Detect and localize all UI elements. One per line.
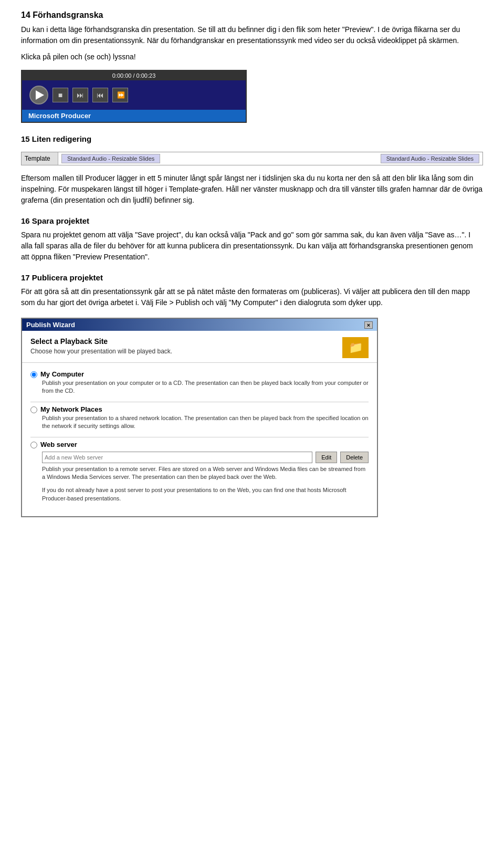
dialog-close-button[interactable]: × bbox=[364, 321, 373, 329]
section-16-heading: 16 Spara projektet bbox=[21, 216, 483, 225]
play-icon bbox=[36, 90, 44, 100]
radio-desc-network: Publish your presentation to a shared ne… bbox=[42, 414, 369, 431]
section-14: 14 Förhandsgranska Du kan i detta läge f… bbox=[21, 11, 483, 123]
radio-label-network[interactable]: My Network Places bbox=[30, 405, 369, 413]
radio-title-webserver: Web server bbox=[40, 441, 77, 448]
section-14-para1: Du kan i detta läge förhandsgranska din … bbox=[21, 24, 483, 46]
playback-icon: 📁 bbox=[349, 341, 363, 354]
section-14-para2: Klicka på pilen och (se och) lyssna! bbox=[21, 51, 483, 62]
stop-button[interactable]: ■ bbox=[52, 88, 68, 102]
radio-network[interactable] bbox=[30, 406, 37, 413]
timeline-track-item-1: Standard Audio - Resizable Slides bbox=[61, 154, 160, 163]
ff-button[interactable]: ⏩ bbox=[112, 88, 128, 102]
section-17: 17 Publicera projektet För att göra så a… bbox=[21, 273, 483, 517]
next-button[interactable]: ⏭ bbox=[72, 88, 88, 102]
radio-desc-webserver-1: Publish your presentation to a remote se… bbox=[42, 465, 369, 482]
media-player: 0:00:00 / 0:00:23 ■ ⏭ ⏮ ⏩ Microsoft Prod… bbox=[21, 70, 247, 123]
radio-title-my-computer: My Computer bbox=[40, 370, 84, 378]
section-17-para1: För att göra så att din presentationssyn… bbox=[21, 286, 483, 308]
stop-icon: ■ bbox=[58, 91, 62, 99]
radio-webserver[interactable] bbox=[30, 442, 37, 448]
dialog-title: Publish Wizard bbox=[26, 321, 75, 329]
radio-desc-my-computer: Publish your presentation on your comput… bbox=[42, 379, 369, 395]
divider-1 bbox=[30, 402, 369, 402]
media-controls: ■ ⏭ ⏮ ⏩ bbox=[22, 80, 246, 110]
dialog-header-icon: 📁 bbox=[342, 337, 369, 358]
timeline-track: Standard Audio - Resizable Slides Standa… bbox=[58, 152, 482, 165]
dialog-titlebar: Publish Wizard × bbox=[22, 319, 377, 331]
radio-my-computer[interactable] bbox=[30, 371, 37, 378]
edit-button[interactable]: Edit bbox=[316, 452, 337, 463]
dialog-header-desc: Choose how your presentation will be pla… bbox=[30, 347, 172, 356]
media-timebar: 0:00:00 / 0:00:23 bbox=[22, 71, 246, 80]
dialog-header: Select a Playback Site Choose how your p… bbox=[22, 331, 377, 363]
delete-button[interactable]: Delete bbox=[340, 452, 369, 463]
section-15-para1: Eftersom mallen till Producer lägger in … bbox=[21, 173, 483, 206]
radio-desc-webserver-2: If you do not already have a post server… bbox=[42, 486, 369, 503]
section-17-heading: 17 Publicera projektet bbox=[21, 273, 483, 282]
radio-option-network: My Network Places Publish your presentat… bbox=[30, 405, 369, 431]
dialog-header-title: Select a Playback Site bbox=[30, 337, 172, 346]
prev-button[interactable]: ⏮ bbox=[92, 88, 108, 102]
dialog-body: My Computer Publish your presentation on… bbox=[22, 363, 377, 516]
radio-title-network: My Network Places bbox=[40, 405, 102, 413]
radio-option-my-computer: My Computer Publish your presentation on… bbox=[30, 370, 369, 395]
play-button[interactable] bbox=[29, 86, 48, 104]
publish-wizard-dialog: Publish Wizard × Select a Playback Site … bbox=[21, 318, 378, 517]
dialog-header-text: Select a Playback Site Choose how your p… bbox=[30, 337, 172, 356]
section-15: 15 Liten redigering Template Standard Au… bbox=[21, 134, 483, 206]
close-icon: × bbox=[367, 322, 370, 328]
divider-2 bbox=[30, 437, 369, 437]
timeline-label: Template bbox=[22, 152, 58, 165]
timeline-row: Template Standard Audio - Resizable Slid… bbox=[21, 152, 483, 165]
prev-icon: ⏮ bbox=[97, 91, 104, 99]
section-15-heading: 15 Liten redigering bbox=[21, 134, 483, 143]
section-16-para1: Spara nu projektet genom att välja "Save… bbox=[21, 229, 483, 263]
radio-label-my-computer[interactable]: My Computer bbox=[30, 370, 369, 378]
radio-label-webserver[interactable]: Web server bbox=[30, 441, 369, 448]
section-16: 16 Spara projektet Spara nu projektet ge… bbox=[21, 216, 483, 263]
timeline-track-item-2: Standard Audio - Resizable Slides bbox=[381, 154, 479, 163]
radio-option-webserver: Web server Edit Delete Publish your pres… bbox=[30, 441, 369, 503]
media-brand: Microsoft Producer bbox=[22, 110, 246, 122]
next-icon: ⏭ bbox=[77, 91, 84, 99]
ff-icon: ⏩ bbox=[117, 91, 124, 99]
web-server-row: Edit Delete bbox=[42, 452, 369, 463]
media-time: 0:00:00 / 0:00:23 bbox=[112, 72, 156, 79]
web-server-input[interactable] bbox=[42, 452, 312, 463]
section-14-heading: 14 Förhandsgranska bbox=[21, 11, 483, 20]
